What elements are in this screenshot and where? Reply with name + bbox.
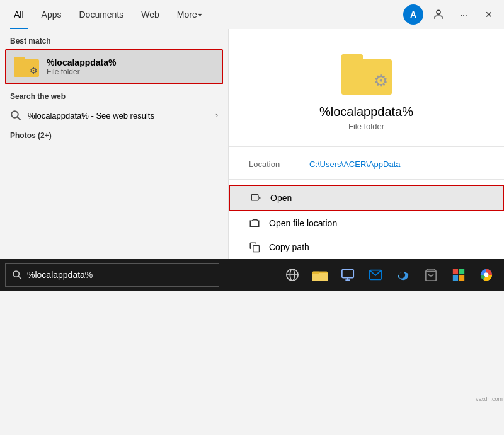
photos-label: Photos (2+) [10, 131, 218, 140]
web-search-item[interactable]: %localappdata% - See web results › [0, 105, 228, 126]
network-button[interactable] [335, 262, 360, 287]
svg-rect-13 [312, 272, 319, 274]
taskbar-search-value: %localappdata% [27, 270, 93, 280]
web-search-label: Search the web [0, 84, 228, 105]
svg-line-6 [18, 276, 21, 279]
right-content: ⚙ %localappdata% File folder Location C:… [229, 29, 504, 259]
edge-button[interactable] [391, 262, 416, 287]
open-label: Open [270, 193, 292, 203]
file-location-icon [249, 218, 260, 229]
taskbar-right [280, 262, 499, 287]
result-title: %localappdata% [319, 105, 413, 119]
chrome-icon [479, 268, 493, 282]
svg-point-23 [484, 273, 488, 277]
file-explorer-button[interactable] [307, 262, 333, 287]
user-avatar-button[interactable]: A [403, 4, 423, 25]
svg-rect-18 [459, 269, 464, 274]
result-subtitle: File folder [348, 122, 384, 131]
svg-point-1 [11, 111, 18, 118]
copy-icon [249, 241, 260, 253]
folder-taskbar-icon [312, 268, 328, 282]
location-value[interactable]: C:\Users\ACER\AppData [309, 160, 401, 169]
best-match-info: %localappdata% File folder [47, 57, 214, 76]
best-match-result[interactable]: ⚙ %localappdata% File folder [5, 49, 223, 84]
edge-icon [396, 268, 410, 282]
svg-point-5 [13, 271, 19, 277]
tiles-button[interactable] [446, 262, 471, 287]
copy-path-button[interactable]: Copy path [229, 235, 504, 259]
chrome-button[interactable] [474, 262, 499, 287]
tab-all[interactable]: All [5, 0, 33, 29]
svg-rect-19 [453, 276, 458, 281]
text-cursor [98, 270, 98, 280]
gear-icon: ⚙ [30, 66, 38, 76]
mail-button[interactable] [363, 262, 388, 287]
svg-rect-20 [459, 276, 464, 281]
folder-icon-small: ⚙ [14, 57, 39, 77]
taskbar-search-box[interactable]: %localappdata% [5, 263, 219, 287]
svg-rect-4 [253, 246, 260, 252]
right-panel: ⚙ %localappdata% File folder Location C:… [228, 29, 504, 259]
tab-documents[interactable]: Documents [70, 0, 132, 29]
svg-point-0 [437, 10, 440, 14]
tab-apps[interactable]: Apps [33, 0, 71, 29]
svg-rect-17 [453, 269, 458, 274]
open-file-location-button[interactable]: Open file location [229, 211, 504, 235]
svg-rect-12 [312, 273, 328, 281]
divider2 [229, 179, 504, 180]
web-search-text: %localappdata% - See web results [28, 111, 209, 120]
chevron-down-icon: ▾ [198, 11, 202, 18]
gear-overlay-icon: ⚙ [374, 71, 388, 91]
watermark: vsxdn.com [476, 396, 503, 402]
taskbar: %localappdata% [0, 259, 504, 291]
best-match-subtitle: File folder [47, 67, 214, 76]
folder-icon-large: ⚙ [341, 54, 392, 95]
tiles-icon [452, 268, 466, 282]
tab-more[interactable]: More ▾ [168, 0, 210, 29]
task-view-button[interactable] [280, 262, 305, 287]
open-file-location-label: Open file location [269, 218, 337, 228]
copy-path-label: Copy path [269, 242, 309, 252]
left-panel: Best match ⚙ %localappdata% File folder … [0, 29, 228, 259]
nav-right-controls: A ··· ✕ [403, 4, 499, 25]
svg-line-2 [17, 117, 20, 120]
divider [229, 146, 504, 147]
photos-section: Photos (2+) [0, 126, 228, 142]
location-row: Location C:\Users\ACER\AppData [229, 154, 504, 174]
person-icon-button[interactable] [428, 4, 449, 25]
more-options-button[interactable]: ··· [454, 4, 474, 25]
search-icon [10, 110, 21, 121]
taskbar-search-icon [12, 270, 22, 280]
top-navigation: All Apps Documents Web More ▾ A ··· [0, 0, 504, 29]
svg-rect-3 [251, 195, 258, 200]
open-button[interactable]: Open [229, 185, 504, 211]
svg-rect-14 [342, 270, 353, 278]
store-button[interactable] [418, 262, 444, 287]
close-button[interactable]: ✕ [479, 4, 499, 25]
open-icon [250, 192, 261, 204]
best-match-label: Best match [0, 29, 228, 49]
best-match-title: %localappdata% [47, 57, 214, 67]
main-area: Best match ⚙ %localappdata% File folder … [0, 29, 504, 259]
chevron-right-icon: › [215, 111, 218, 120]
location-label: Location [249, 160, 299, 169]
tab-web[interactable]: Web [132, 0, 168, 29]
